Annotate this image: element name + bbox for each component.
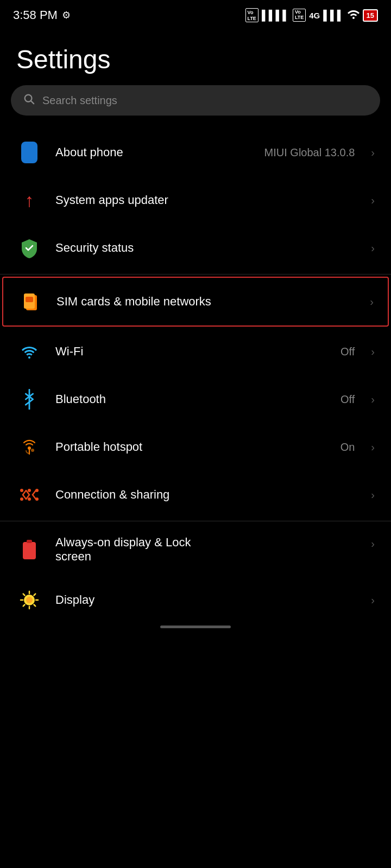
wifi-status-icon xyxy=(348,9,360,22)
status-bar: 3:58 PM ⚙ VoLTE ▌▌▌▌ VoLTE 4G ▌▌▌ 15 xyxy=(0,0,391,28)
svg-line-2 xyxy=(31,101,34,104)
system-apps-updater-chevron: › xyxy=(371,194,375,207)
svg-point-0 xyxy=(352,17,355,19)
sim-cards-label: SIM cards & mobile networks xyxy=(56,295,357,309)
settings-item-bluetooth[interactable]: Bluetooth Off › xyxy=(0,375,391,423)
svg-point-18 xyxy=(26,597,33,603)
display-chevron: › xyxy=(371,594,375,607)
divider-1 xyxy=(0,274,391,275)
sim-cards-chevron: › xyxy=(370,296,374,308)
wifi-label: Wi-Fi xyxy=(55,344,327,359)
signal-bars-2: ▌▌▌ xyxy=(323,10,344,21)
volte-icon-1: VoLTE xyxy=(245,8,258,22)
always-on-display-label: Always-on display & Lock screen xyxy=(55,535,358,564)
about-phone-value: MIUI Global 13.0.8 xyxy=(264,146,355,159)
gear-icon: ⚙ xyxy=(62,9,71,21)
svg-point-11 xyxy=(35,489,39,492)
bluetooth-value: Off xyxy=(340,393,355,406)
connection-sharing-icon xyxy=(16,482,42,508)
svg-rect-16 xyxy=(27,540,32,543)
settings-item-security-status[interactable]: Security status › xyxy=(0,224,391,272)
security-status-icon xyxy=(16,235,42,261)
page-title-section: Settings xyxy=(0,28,391,85)
search-icon xyxy=(23,93,35,108)
settings-item-sim-cards[interactable]: SIM cards & mobile networks › xyxy=(2,277,389,327)
time-display: 3:58 PM xyxy=(13,8,58,22)
system-apps-updater-icon: ↑ xyxy=(16,187,42,213)
about-phone-label: About phone xyxy=(55,145,251,159)
bluetooth-chevron: › xyxy=(371,393,375,406)
settings-list: About phone MIUI Global 13.0.8 › ↑ Syste… xyxy=(0,129,391,619)
connection-sharing-label: Connection & sharing xyxy=(55,488,358,502)
settings-item-wifi[interactable]: Wi-Fi Off › xyxy=(0,328,391,375)
scroll-indicator xyxy=(0,619,391,633)
always-on-display-icon xyxy=(16,538,42,564)
volte-icon-2: VoLTE xyxy=(293,9,306,22)
settings-item-about-phone[interactable]: About phone MIUI Global 13.0.8 › xyxy=(0,129,391,176)
status-icons-section: VoLTE ▌▌▌▌ VoLTE 4G ▌▌▌ 15 xyxy=(245,8,378,22)
search-placeholder: Search settings xyxy=(42,94,117,107)
svg-rect-5 xyxy=(26,297,33,302)
settings-item-connection-sharing[interactable]: Connection & sharing › xyxy=(0,471,391,519)
display-label: Display xyxy=(55,593,358,607)
portable-hotspot-label: Portable hotspot xyxy=(55,440,327,454)
svg-point-13 xyxy=(28,489,31,492)
scroll-bar xyxy=(160,626,231,628)
portable-hotspot-icon xyxy=(16,434,42,460)
bluetooth-label: Bluetooth xyxy=(55,392,327,406)
battery-icon: 15 xyxy=(363,9,378,22)
portable-hotspot-value: On xyxy=(340,441,355,454)
portable-hotspot-chevron: › xyxy=(371,441,375,454)
wifi-value: Off xyxy=(340,346,355,358)
bluetooth-icon xyxy=(16,386,42,412)
svg-point-10 xyxy=(20,497,23,501)
settings-item-display[interactable]: Display › xyxy=(0,576,391,619)
about-phone-icon xyxy=(16,139,42,165)
settings-item-portable-hotspot[interactable]: Portable hotspot On › xyxy=(0,423,391,471)
about-phone-chevron: › xyxy=(371,146,375,159)
page-title: Settings xyxy=(16,44,375,74)
search-bar[interactable]: Search settings xyxy=(11,85,380,116)
svg-point-8 xyxy=(31,449,34,452)
connection-sharing-chevron: › xyxy=(371,489,375,501)
svg-line-26 xyxy=(23,605,25,607)
search-section[interactable]: Search settings xyxy=(0,85,391,129)
settings-item-system-apps-updater[interactable]: ↑ System apps updater › xyxy=(0,176,391,224)
svg-point-9 xyxy=(20,489,23,492)
divider-2 xyxy=(0,521,391,521)
display-icon xyxy=(16,587,42,613)
signal-bars-1: ▌▌▌▌ xyxy=(262,10,289,21)
wifi-chevron: › xyxy=(371,346,375,358)
wifi-icon xyxy=(16,339,42,365)
svg-rect-15 xyxy=(23,542,36,559)
security-status-chevron: › xyxy=(371,242,375,254)
svg-line-24 xyxy=(34,605,36,607)
svg-line-23 xyxy=(23,594,25,596)
security-status-label: Security status xyxy=(55,241,358,255)
network-4g: 4G xyxy=(309,11,320,20)
status-time-section: 3:58 PM ⚙ xyxy=(13,8,71,22)
sim-cards-icon xyxy=(17,289,43,315)
svg-line-25 xyxy=(34,594,36,596)
always-on-display-chevron: › xyxy=(371,538,375,550)
svg-point-14 xyxy=(28,497,31,501)
system-apps-updater-label: System apps updater xyxy=(55,193,358,207)
svg-point-12 xyxy=(35,497,39,501)
settings-item-always-on-display[interactable]: Always-on display & Lock screen › xyxy=(0,524,391,576)
